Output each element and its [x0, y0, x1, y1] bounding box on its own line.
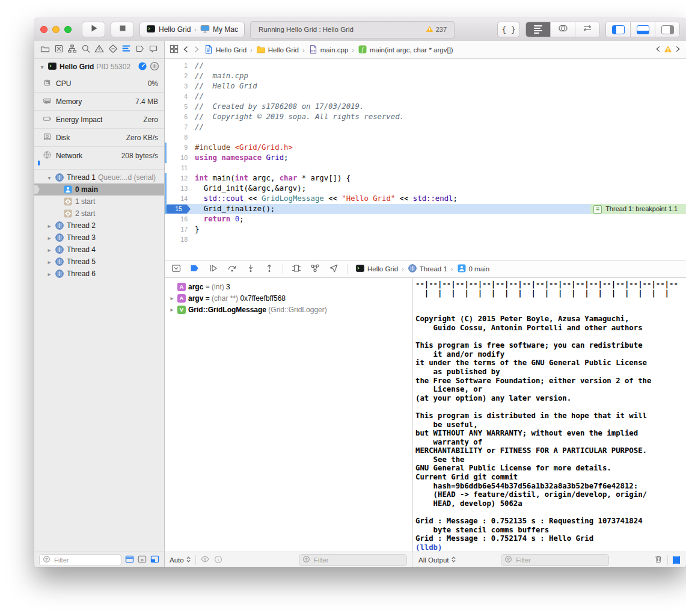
- sidebar-tab-find-navigator[interactable]: [81, 45, 91, 55]
- thread-row-thread-1[interactable]: ▾Thread 1Queue:...d (serial): [34, 171, 164, 183]
- view-by-queue-button[interactable]: [138, 555, 147, 565]
- jump-bar-crumb[interactable]: main.cpp: [308, 45, 349, 55]
- breakpoint-annotation[interactable]: =Thread 1: breakpoint 1.1: [590, 204, 686, 214]
- assistant-editor-button[interactable]: [550, 22, 575, 37]
- disclosure-triangle[interactable]: ▸: [46, 235, 52, 241]
- variable-row-grid-gridlogmessage[interactable]: ▸VGrid::GridLogMessage (Grid::GridLogger…: [165, 304, 412, 315]
- line-number[interactable]: 13: [165, 183, 188, 194]
- variables-scope-popup[interactable]: Auto: [170, 556, 191, 564]
- library-button[interactable]: { }: [497, 22, 520, 37]
- code-text[interactable]: Grid_init(&argc,&argv);: [195, 183, 686, 194]
- toggle-variables-pane-button[interactable]: [673, 556, 674, 564]
- hide-debug-area-button[interactable]: [171, 264, 182, 274]
- line-number[interactable]: 16: [165, 214, 188, 224]
- sidebar-tab-debug-navigator[interactable]: [121, 45, 132, 55]
- disclosure-triangle[interactable]: ▸: [169, 295, 175, 301]
- run-button[interactable]: [82, 22, 105, 37]
- line-number[interactable]: 18: [165, 235, 188, 245]
- clear-console-button[interactable]: [654, 555, 663, 565]
- breakpoint-badge[interactable]: 15: [167, 205, 191, 214]
- breakpoints-toggle-button[interactable]: [189, 264, 200, 274]
- console-scope-popup[interactable]: All Output: [418, 556, 456, 564]
- profile-process-button[interactable]: [150, 61, 159, 73]
- sidebar-tab-source-control-navigator[interactable]: [54, 45, 64, 55]
- line-number[interactable]: 12: [165, 173, 188, 183]
- debug-crumb[interactable]: Thread 1: [408, 263, 447, 274]
- previous-issue-button[interactable]: [655, 45, 661, 54]
- pause-process-button[interactable]: [138, 61, 147, 73]
- console-output[interactable]: --|--|--|--|--|--|--|--|--|--|--|--|--|-…: [413, 278, 686, 552]
- next-issue-button[interactable]: [675, 45, 681, 54]
- show-source-frames-button[interactable]: [150, 555, 159, 565]
- disclosure-triangle[interactable]: ▾: [46, 174, 52, 181]
- console-filter-field[interactable]: [501, 554, 609, 566]
- line-number[interactable]: 2: [165, 71, 188, 81]
- code-text[interactable]: }: [195, 224, 686, 235]
- gauge-cpu[interactable]: CPU0%: [34, 75, 164, 92]
- step-out-button[interactable]: [264, 264, 275, 274]
- code-text[interactable]: //: [195, 91, 686, 102]
- thread-row-thread-6[interactable]: ▸Thread 6: [34, 268, 164, 280]
- disclosure-triangle[interactable]: ▸: [46, 223, 52, 229]
- jump-bar-crumb[interactable]: Hello Grid: [204, 45, 247, 55]
- info-button[interactable]: [214, 555, 222, 565]
- thread-row-0-main[interactable]: 0 main: [34, 183, 164, 196]
- thread-row-thread-3[interactable]: ▸Thread 3: [34, 232, 164, 244]
- disclosure-triangle[interactable]: ▸: [46, 247, 52, 253]
- view-by-thread-button[interactable]: [125, 555, 134, 565]
- continue-button[interactable]: [208, 264, 219, 274]
- thread-row-thread-5[interactable]: ▸Thread 5: [34, 256, 164, 268]
- variables-filter-field[interactable]: [299, 554, 407, 566]
- code-text[interactable]: // Copyright © 2019 sopa. All rights res…: [195, 112, 686, 122]
- toggle-debug-area-button[interactable]: [630, 22, 655, 37]
- line-number[interactable]: 9: [165, 143, 188, 153]
- disclosure-triangle[interactable]: ▾: [39, 64, 45, 70]
- code-text[interactable]: //: [195, 122, 686, 132]
- debug-crumb[interactable]: 0 main: [457, 263, 490, 274]
- related-items-icon[interactable]: [170, 45, 179, 55]
- navigator-filter-field[interactable]: [39, 554, 121, 566]
- source-editor[interactable]: 1//2// main.cpp3// Hello Grid4//5// Crea…: [165, 59, 686, 260]
- code-text[interactable]: //: [195, 61, 686, 71]
- line-number[interactable]: 3: [165, 81, 188, 91]
- disclosure-triangle[interactable]: ▸: [169, 306, 175, 313]
- zoom-window-button[interactable]: [64, 26, 72, 33]
- show-values-eye-button[interactable]: [200, 555, 210, 564]
- line-number[interactable]: 4: [165, 91, 188, 102]
- code-text[interactable]: // Created by s1786208 on 17/03/2019.: [195, 102, 686, 112]
- code-text[interactable]: #include <Grid/Grid.h>: [195, 143, 686, 153]
- line-number[interactable]: 17: [165, 224, 188, 235]
- console-filter-input[interactable]: [515, 556, 605, 564]
- simulate-location-button[interactable]: [328, 264, 339, 274]
- code-text[interactable]: // Hello Grid: [195, 81, 686, 91]
- memory-graph-button[interactable]: [310, 264, 320, 274]
- sidebar-tab-symbol-navigator[interactable]: [67, 45, 78, 55]
- disclosure-triangle[interactable]: ▸: [46, 259, 52, 265]
- code-text[interactable]: std::cout << GridLogMessage << "Hello Gr…: [195, 194, 686, 204]
- line-number[interactable]: 5: [165, 102, 188, 112]
- thread-row-thread-2[interactable]: ▸Thread 2: [34, 220, 164, 232]
- lldb-prompt[interactable]: (lldb): [415, 543, 686, 552]
- close-window-button[interactable]: [40, 26, 47, 33]
- issue-warning-icon[interactable]: [664, 45, 672, 54]
- warning-count-button[interactable]: 237: [418, 25, 454, 34]
- step-over-button[interactable]: [227, 264, 237, 274]
- toggle-inspectors-button[interactable]: [655, 22, 679, 37]
- line-number[interactable]: 8: [165, 132, 188, 143]
- go-forward-button[interactable]: [193, 45, 200, 55]
- sidebar-tab-report-navigator[interactable]: [148, 45, 159, 55]
- navigator-filter-input[interactable]: [53, 556, 118, 564]
- minimize-window-button[interactable]: [52, 26, 60, 33]
- code-text[interactable]: int main(int argc, char * argv[]) {: [195, 173, 686, 183]
- view-hierarchy-button[interactable]: [291, 264, 302, 274]
- disclosure-triangle[interactable]: ▸: [46, 271, 52, 277]
- sidebar-tab-issue-navigator[interactable]: [94, 45, 105, 55]
- variable-row-argc[interactable]: Aargc = (int) 3: [165, 281, 412, 292]
- line-number[interactable]: 7: [165, 122, 188, 132]
- jump-bar-crumb[interactable]: fmain(int argc, char * argv[]): [358, 45, 453, 55]
- code-text[interactable]: using namespace Grid;: [195, 153, 686, 163]
- sidebar-tab-test-navigator[interactable]: [108, 45, 118, 55]
- variables-filter-input[interactable]: [313, 556, 403, 564]
- sidebar-tab-project-navigator[interactable]: [40, 45, 51, 55]
- go-back-button[interactable]: [182, 45, 189, 55]
